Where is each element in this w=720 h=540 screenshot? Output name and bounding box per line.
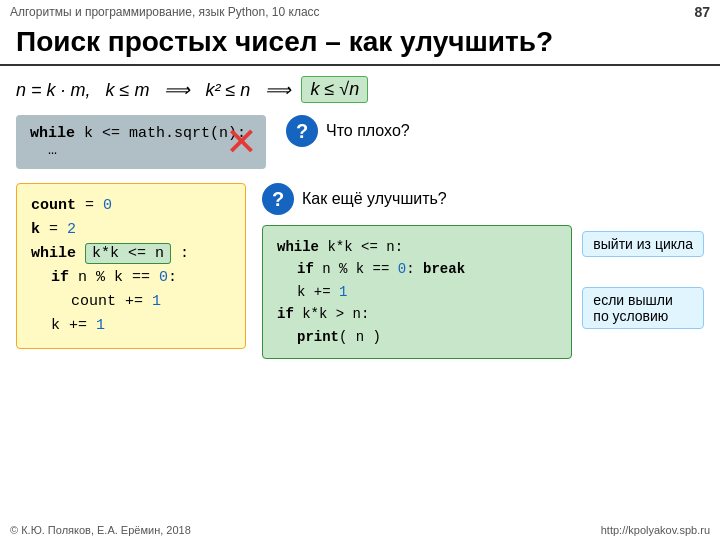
green-line5: print( n )	[297, 326, 557, 348]
left-line5: count += 1	[71, 290, 231, 314]
tooltip-exit-loop: выйти из цикла	[582, 231, 704, 257]
left-line6: k += 1	[51, 314, 231, 338]
left-line3: while k*k <= n :	[31, 242, 231, 266]
callout-bad-text: Что плохо?	[326, 122, 410, 140]
tooltip-exit-condition: если вышли по условию	[582, 287, 704, 329]
right-column: ? Как ещё улучшить? while k*k <= n: if n…	[262, 183, 704, 359]
green-line2: if n % k == 0: break	[297, 258, 557, 280]
question-icon-improve: ?	[262, 183, 294, 215]
math-highlight: k ≤ √n	[301, 76, 368, 103]
bad-x-icon: ✕	[227, 118, 256, 166]
footer-left: © К.Ю. Поляков, Е.А. Ерёмин, 2018	[10, 524, 191, 536]
while-condition-highlight: k*k <= n	[85, 243, 171, 264]
bad-code-line1: while k <= math.sqrt(n):	[30, 125, 252, 142]
green-line4: if k*k > n:	[277, 303, 557, 325]
callout-improve-row: ? Как ещё улучшить?	[262, 183, 704, 215]
bad-code-line2: …	[30, 142, 252, 159]
callout-bad: ? Что плохо?	[286, 115, 410, 147]
green-line1: while k*k <= n:	[277, 236, 557, 258]
math-text: n = k · m, k ≤ m ⟹ k² ≤ n ⟹	[16, 79, 291, 101]
header-left: Алгоритмы и программирование, язык Pytho…	[10, 5, 320, 19]
page-number: 87	[694, 4, 710, 20]
green-code-block: while k*k <= n: if n % k == 0: break k +…	[262, 225, 572, 359]
math-line: n = k · m, k ≤ m ⟹ k² ≤ n ⟹ k ≤ √n	[16, 76, 704, 103]
question-icon-bad: ?	[286, 115, 318, 147]
left-line4: if n % k == 0:	[51, 266, 231, 290]
left-code-block: count = 0 k = 2 while k*k <= n : if n % …	[16, 183, 246, 349]
page-title: Поиск простых чисел – как улучшить?	[0, 24, 720, 66]
footer-right: http://kpolyakov.spb.ru	[601, 524, 710, 536]
left-line1: count = 0	[31, 194, 231, 218]
callout-improve-text: Как ещё улучшить?	[302, 190, 447, 208]
left-line2: k = 2	[31, 218, 231, 242]
green-line3: k += 1	[297, 281, 557, 303]
bad-code-block: while k <= math.sqrt(n): … ✕	[16, 115, 266, 169]
